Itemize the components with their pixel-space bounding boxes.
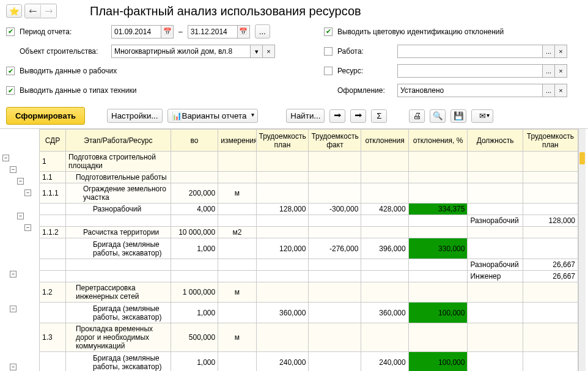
preview-icon: 🔍	[433, 111, 443, 120]
col-devp[interactable]: отклонения, %	[408, 130, 468, 152]
clear-icon[interactable]: ×	[555, 84, 567, 97]
table-row[interactable]: Разнорабочий26,667	[40, 259, 578, 271]
clear-icon[interactable]: ×	[555, 64, 567, 78]
col-fact[interactable]: Трудоемкость факт	[309, 130, 361, 152]
resource-input[interactable]	[397, 64, 543, 78]
settings-button[interactable]: Настройки...	[107, 109, 162, 123]
tree-toggle[interactable]: −	[10, 271, 17, 277]
col-unit[interactable]: измерения	[218, 130, 256, 152]
tree-toggle[interactable]: −	[10, 306, 17, 312]
save-icon: 💾	[454, 111, 464, 120]
arrow-right-icon: 🡒	[45, 7, 53, 16]
col-plan2[interactable]: Трудоемкость план	[523, 130, 578, 152]
tree-toggle[interactable]: −	[24, 224, 31, 231]
form-button[interactable]: Сформировать	[6, 107, 85, 125]
scroll-thumb[interactable]	[579, 152, 585, 164]
find-button[interactable]: Найти...	[286, 109, 325, 123]
col-dev[interactable]: отклонения	[361, 130, 408, 152]
tb-btn-2[interactable]: ⮕	[350, 109, 366, 123]
equipment-checkbox[interactable]	[6, 86, 15, 95]
variants-button[interactable]: 📊 Варианты отчета	[167, 109, 259, 123]
col-qty[interactable]: во	[171, 130, 218, 152]
tree-toggle[interactable]: −	[24, 189, 31, 196]
period-picker-button[interactable]: ...	[255, 24, 270, 39]
calendar-icon[interactable]: 📅	[161, 25, 174, 39]
work-input[interactable]	[397, 45, 543, 58]
mail-icon: ✉	[479, 111, 486, 120]
equipment-label: Выводить данные о типах техники	[20, 86, 136, 95]
work-label: Работа:	[337, 47, 392, 56]
more-icon[interactable]: ...	[543, 64, 555, 78]
period-checkbox[interactable]	[6, 28, 15, 36]
tb-btn-preview[interactable]: 🔍	[430, 109, 446, 123]
period-label: Период отчета:	[20, 28, 106, 36]
table-row[interactable]: 1.1Подготовительные работы	[40, 172, 578, 183]
data-grid[interactable]: СДР Этап/Работа/Ресурс во измерения Труд…	[39, 129, 578, 371]
variants-icon: 📊	[172, 111, 182, 120]
tree-toggle[interactable]: −	[17, 178, 24, 185]
table-row[interactable]: 1.1.2Расчистка территории10 000,000м2	[40, 227, 578, 238]
sigma-icon: Σ	[377, 111, 381, 120]
tree-toggle[interactable]: −	[10, 166, 17, 173]
tb-btn-print[interactable]: 🖨	[409, 109, 425, 123]
clear-icon[interactable]: ×	[263, 45, 275, 58]
col-plan[interactable]: Трудоемкость план	[256, 130, 309, 152]
table-row[interactable]: Разнорабочий128,000	[40, 215, 578, 227]
workers-label: Выводить данные о рабочих	[20, 67, 117, 75]
date-to-input[interactable]: 31.12.2014	[188, 25, 238, 39]
expand-icon: ⮕	[334, 111, 342, 120]
home-button[interactable]: ⭐	[6, 4, 22, 18]
page-title: План-фактный анализ использования ресурс…	[90, 4, 361, 18]
date-from-input[interactable]: 01.09.2014	[111, 25, 161, 39]
object-input[interactable]: Многоквартирный жилой дом, вл.8	[111, 45, 251, 58]
table-row[interactable]: 1.3Прокладка временных дорог и необходим…	[40, 323, 578, 352]
table-row[interactable]: Бригада (земляные работы, экскаватор)1,0…	[40, 303, 578, 323]
table-row[interactable]: 1Подготовка строительной площадки	[40, 152, 578, 172]
object-label: Объект строительства:	[20, 47, 106, 56]
tree-column: − − − − − − − − −	[0, 129, 39, 371]
tb-btn-save[interactable]: 💾	[450, 109, 466, 123]
color-dev-checkbox[interactable]	[324, 28, 333, 36]
vertical-scrollbar[interactable]	[578, 129, 586, 371]
decor-input[interactable]: Установлено	[397, 84, 543, 97]
col-name[interactable]: Этап/Работа/Ресурс	[65, 130, 171, 152]
table-row[interactable]: Разнорабочий4,000128,000-300,000428,0003…	[40, 204, 578, 215]
print-icon: 🖨	[413, 111, 421, 120]
col-sdr[interactable]: СДР	[40, 130, 66, 152]
decor-label: Оформление:	[337, 86, 392, 95]
tb-btn-sum[interactable]: Σ	[371, 109, 387, 123]
table-row[interactable]: Бригада (земляные работы, экскаватор)1,0…	[40, 238, 578, 259]
forward-button: 🡒	[41, 4, 56, 18]
tree-toggle[interactable]: −	[17, 213, 24, 219]
col-pos[interactable]: Должность	[468, 130, 523, 152]
tree-toggle[interactable]: −	[10, 364, 17, 370]
table-row[interactable]: Инженер26,667	[40, 271, 578, 282]
star-icon: ⭐	[9, 7, 20, 16]
work-checkbox[interactable]	[324, 47, 333, 56]
workers-checkbox[interactable]	[6, 67, 15, 75]
tb-btn-1[interactable]: ⮕	[329, 109, 345, 123]
table-row[interactable]: 1.2Перетрассировка инженерных сетей1 000…	[40, 282, 578, 303]
collapse-icon: ⮕	[355, 111, 362, 120]
table-row[interactable]: Бригада (земляные работы, экскаватор)1,0…	[40, 352, 578, 372]
clear-icon[interactable]: ×	[555, 45, 567, 58]
arrow-left-icon: 🡐	[29, 7, 37, 16]
more-icon[interactable]: ...	[543, 45, 555, 58]
resource-label: Ресурс:	[337, 67, 392, 75]
more-icon[interactable]: ...	[543, 84, 555, 97]
resource-checkbox[interactable]	[324, 67, 333, 75]
date-sep: –	[178, 28, 183, 36]
tb-btn-mail[interactable]: ✉	[471, 109, 493, 123]
dropdown-icon[interactable]: ▾	[251, 45, 263, 58]
back-button[interactable]: 🡐	[25, 4, 41, 18]
color-dev-label: Выводить цветовую идентификацию отклонен…	[337, 28, 504, 36]
table-row[interactable]: 1.1.1Ограждение земельного участка200,00…	[40, 183, 578, 204]
calendar-icon[interactable]: 📅	[238, 25, 250, 39]
tree-toggle[interactable]: −	[2, 155, 9, 161]
